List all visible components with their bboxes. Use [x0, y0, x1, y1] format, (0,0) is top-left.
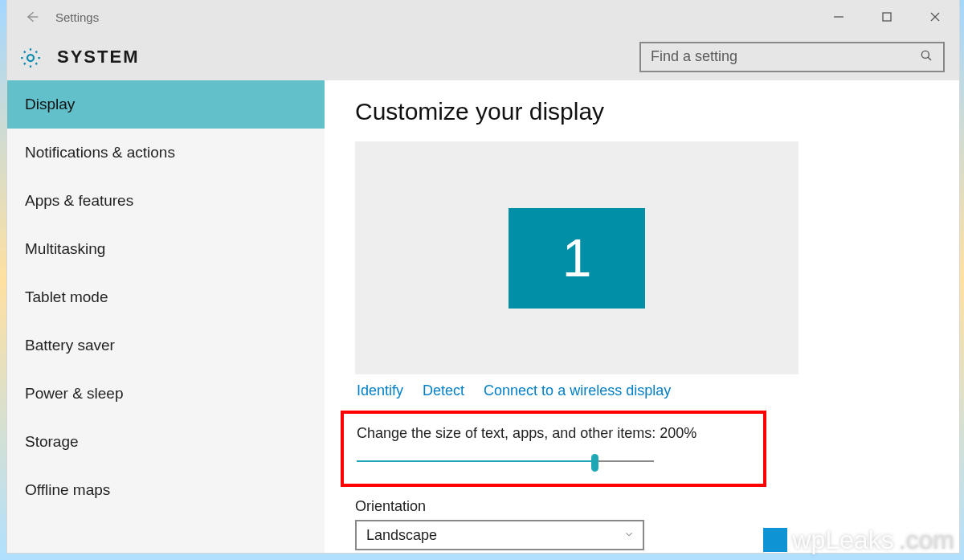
- monitor-tile[interactable]: 1: [509, 208, 645, 309]
- sidebar-item-power[interactable]: Power & sleep: [7, 370, 325, 418]
- wireless-link[interactable]: Connect to a wireless display: [484, 382, 671, 399]
- sidebar-item-tablet[interactable]: Tablet mode: [7, 273, 325, 321]
- svg-point-6: [921, 51, 929, 58]
- search-icon: [919, 48, 933, 66]
- orientation-value: Landscape: [366, 527, 437, 544]
- sidebar-item-notifications[interactable]: Notifications & actions: [7, 129, 325, 177]
- search-box[interactable]: [639, 42, 945, 72]
- scale-slider[interactable]: [357, 453, 654, 469]
- sidebar-item-label: Offline maps: [25, 481, 110, 499]
- monitor-number: 1: [562, 227, 592, 288]
- section-header: SYSTEM: [7, 34, 959, 80]
- back-button[interactable]: [7, 0, 55, 34]
- sidebar-item-label: Battery saver: [25, 337, 115, 354]
- section-title: SYSTEM: [57, 47, 139, 67]
- titlebar: Settings: [7, 0, 959, 34]
- page-heading: Customize your display: [355, 98, 935, 125]
- svg-line-7: [928, 57, 931, 60]
- sidebar-item-label: Storage: [25, 433, 79, 451]
- detect-link[interactable]: Detect: [423, 382, 464, 399]
- display-preview[interactable]: 1: [355, 141, 799, 374]
- slider-fill: [357, 460, 594, 462]
- svg-point-5: [27, 55, 34, 61]
- slider-thumb[interactable]: [591, 454, 598, 472]
- scale-highlight: Change the size of text, apps, and other…: [341, 411, 766, 487]
- window-title: Settings: [55, 10, 99, 24]
- sidebar-item-label: Multitasking: [25, 240, 105, 258]
- sidebar-item-label: Display: [25, 96, 75, 113]
- sidebar-item-offline-maps[interactable]: Offline maps: [7, 466, 325, 514]
- sidebar-item-label: Tablet mode: [25, 288, 108, 306]
- settings-window: Settings SYSTEM: [7, 0, 959, 553]
- orientation-dropdown[interactable]: Landscape: [355, 520, 644, 550]
- sidebar-item-label: Notifications & actions: [25, 144, 175, 161]
- sidebar-item-storage[interactable]: Storage: [7, 418, 325, 466]
- sidebar-item-battery[interactable]: Battery saver: [7, 321, 325, 370]
- sidebar-item-apps[interactable]: Apps & features: [7, 177, 325, 225]
- display-links: Identify Detect Connect to a wireless di…: [355, 379, 935, 411]
- orientation-label: Orientation: [355, 498, 935, 515]
- minimize-button[interactable]: [815, 0, 863, 34]
- sidebar-item-label: Apps & features: [25, 192, 133, 210]
- scale-label: Change the size of text, apps, and other…: [357, 425, 752, 442]
- identify-link[interactable]: Identify: [357, 382, 403, 399]
- sidebar-item-multitasking[interactable]: Multitasking: [7, 225, 325, 273]
- sidebar-item-label: Power & sleep: [25, 385, 124, 403]
- svg-rect-2: [883, 13, 891, 21]
- gear-icon: [18, 46, 43, 70]
- sidebar: Display Notifications & actions Apps & f…: [7, 80, 325, 553]
- main-panel: Customize your display 1 Identify Detect…: [325, 80, 959, 553]
- sidebar-item-display[interactable]: Display: [7, 80, 325, 129]
- search-input[interactable]: [651, 48, 919, 65]
- chevron-down-icon: [623, 527, 635, 544]
- maximize-button[interactable]: [863, 0, 911, 34]
- close-button[interactable]: [911, 0, 959, 34]
